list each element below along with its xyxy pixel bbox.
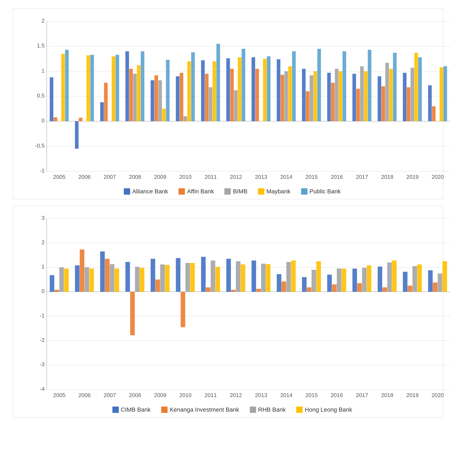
svg-rect-135 [105, 259, 110, 292]
svg-text:-2: -2 [40, 337, 44, 343]
svg-rect-104 [444, 66, 447, 121]
svg-rect-63 [267, 56, 271, 121]
svg-rect-38 [158, 80, 162, 121]
svg-text:2013: 2013 [255, 392, 267, 398]
svg-text:2: 2 [42, 17, 44, 24]
svg-rect-102 [432, 106, 436, 121]
svg-rect-79 [335, 69, 339, 121]
legend-label: Maybank [266, 188, 290, 195]
svg-rect-99 [418, 57, 422, 121]
legend-label: CIMB Bank [121, 406, 151, 413]
legend-item: CIMB Bank [112, 406, 151, 413]
svg-rect-23 [90, 55, 94, 121]
svg-rect-51 [213, 61, 216, 121]
svg-rect-54 [226, 58, 230, 121]
svg-rect-182 [342, 269, 346, 292]
svg-text:2019: 2019 [406, 392, 419, 398]
svg-rect-31 [129, 69, 133, 121]
svg-text:-3: -3 [40, 361, 44, 367]
svg-rect-103 [439, 67, 443, 121]
svg-text:2012: 2012 [230, 174, 242, 180]
svg-rect-26 [104, 83, 107, 121]
svg-text:-0.5: -0.5 [35, 143, 44, 149]
svg-rect-162 [241, 264, 245, 292]
svg-rect-72 [306, 91, 309, 121]
svg-rect-77 [327, 73, 331, 121]
svg-rect-50 [209, 87, 212, 121]
svg-rect-199 [428, 270, 433, 292]
svg-rect-175 [307, 287, 311, 292]
svg-text:2006: 2006 [79, 392, 91, 398]
svg-rect-78 [331, 83, 335, 121]
svg-rect-154 [201, 257, 206, 292]
svg-rect-189 [377, 267, 382, 292]
svg-rect-44 [184, 116, 187, 121]
svg-rect-129 [75, 265, 80, 292]
svg-rect-165 [256, 289, 261, 292]
svg-text:0.5: 0.5 [37, 93, 44, 99]
svg-rect-172 [291, 261, 296, 292]
charts-container: -1-0.500.511.522005200620072008200920102… [0, 0, 456, 432]
svg-rect-73 [310, 75, 313, 121]
svg-rect-137 [114, 269, 119, 292]
svg-rect-67 [284, 71, 288, 121]
svg-rect-176 [311, 270, 316, 292]
svg-text:2005: 2005 [53, 392, 65, 398]
svg-rect-147 [165, 265, 170, 292]
svg-rect-101 [428, 85, 432, 121]
chart2-svg: -4-3-2-101232005200620072008200920102011… [30, 212, 456, 402]
svg-rect-25 [100, 102, 104, 121]
svg-text:2011: 2011 [205, 174, 217, 180]
svg-text:2010: 2010 [179, 174, 192, 180]
svg-rect-196 [412, 266, 417, 292]
svg-rect-157 [216, 267, 220, 292]
svg-rect-200 [433, 282, 438, 292]
legend-swatch [112, 407, 119, 413]
svg-rect-136 [110, 264, 114, 292]
svg-rect-185 [357, 283, 362, 292]
svg-rect-142 [140, 268, 144, 292]
svg-rect-98 [414, 53, 418, 121]
svg-rect-97 [411, 68, 414, 121]
svg-rect-30 [125, 51, 129, 121]
svg-rect-186 [362, 268, 367, 292]
svg-rect-139 [125, 262, 130, 292]
svg-rect-159 [226, 259, 231, 292]
svg-rect-39 [162, 109, 166, 121]
svg-rect-42 [176, 76, 179, 121]
svg-text:2019: 2019 [406, 174, 419, 180]
svg-rect-52 [216, 44, 220, 121]
svg-rect-48 [201, 60, 205, 121]
svg-rect-58 [242, 49, 245, 121]
svg-text:2015: 2015 [306, 392, 318, 398]
svg-rect-190 [382, 287, 387, 292]
legend-item: BIMB [224, 188, 247, 195]
chart2-wrapper: -4-3-2-101232005200620072008200920102011… [13, 206, 443, 417]
svg-rect-65 [277, 59, 281, 121]
svg-rect-92 [389, 69, 393, 121]
svg-rect-45 [187, 61, 191, 121]
svg-rect-27 [112, 56, 115, 121]
svg-rect-141 [135, 267, 140, 292]
svg-rect-66 [281, 75, 284, 121]
svg-rect-69 [292, 51, 296, 121]
svg-rect-85 [360, 66, 364, 121]
svg-rect-140 [130, 292, 135, 335]
svg-rect-62 [263, 59, 267, 121]
svg-rect-28 [116, 55, 119, 121]
svg-text:2017: 2017 [356, 392, 368, 398]
chart1-area: -1-0.500.511.522005200620072008200920102… [30, 15, 435, 184]
svg-rect-134 [100, 251, 105, 292]
legend-swatch [224, 188, 231, 195]
svg-text:2020: 2020 [431, 392, 444, 398]
svg-rect-197 [417, 264, 422, 292]
svg-rect-150 [181, 292, 185, 327]
svg-rect-130 [80, 249, 84, 292]
svg-rect-131 [85, 267, 89, 292]
svg-text:2008: 2008 [129, 174, 141, 180]
svg-text:-1: -1 [40, 312, 44, 319]
svg-text:2: 2 [42, 239, 44, 246]
legend-item: Public Bank [301, 188, 341, 195]
svg-rect-60 [251, 57, 255, 121]
svg-rect-194 [403, 272, 408, 292]
